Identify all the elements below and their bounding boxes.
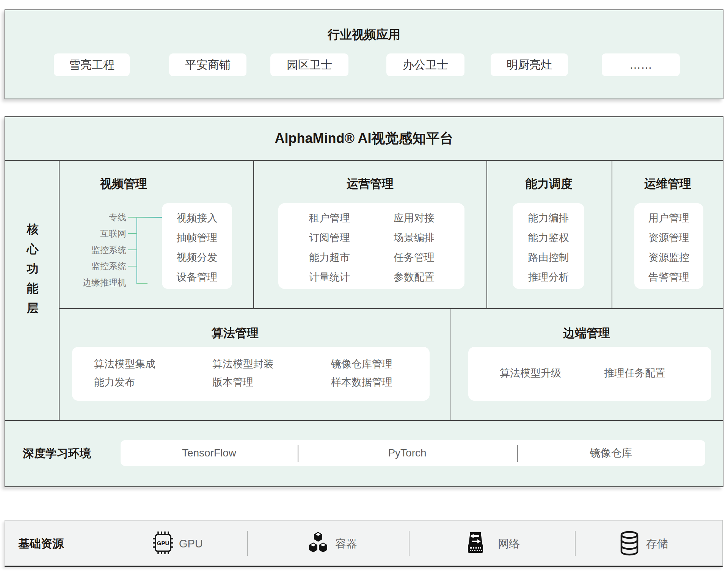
architecture-diagram: 行业视频应用 雪亮工程 平安商铺 园区卫士 办公卫士 明厨亮灶 …… Alpha… — [0, 0, 728, 577]
ops-item: 用户管理 — [634, 212, 703, 224]
dl-env-label: 深度学习环境 — [23, 447, 91, 460]
capability-sched-title: 能力调度 — [511, 177, 587, 190]
operation-item: 订阅管理 — [295, 232, 364, 243]
dl-env-item: TensorFlow — [121, 440, 298, 466]
core-layer-char: 核 — [16, 220, 50, 239]
operation-col-2: 应用对接 场景编排 任务管理 参数配置 — [379, 203, 449, 289]
dl-env-separator — [517, 445, 518, 462]
video-mgmt-item: 设备管理 — [162, 271, 232, 283]
operation-item: 场景编排 — [379, 232, 449, 243]
infra-separator — [575, 531, 576, 556]
video-mgmt-box: 视频接入 抽帧管理 视频分发 设备管理 — [162, 203, 232, 289]
platform-band: AlphaMind® AI视觉感知平台 核 心 功 能 层 视频管理 运营管理 … — [5, 116, 723, 487]
ops-mgmt-title: 运维管理 — [630, 177, 706, 190]
dl-env-item: PyTorch — [298, 440, 517, 466]
infra-separator — [409, 531, 410, 556]
infra-separator — [247, 531, 248, 556]
gpu-label: GPU — [179, 537, 203, 550]
connector-branch — [128, 217, 163, 218]
app-chip-pingan: 平安商铺 — [169, 53, 246, 76]
network-label: 网络 — [498, 537, 520, 550]
algorithm-item: 算法模型封装 — [212, 358, 274, 370]
algorithm-mgmt-title: 算法管理 — [197, 327, 273, 340]
infrastructure-label: 基础资源 — [18, 537, 64, 550]
app-chip-xueliang: 雪亮工程 — [54, 53, 130, 76]
connector-branch — [137, 283, 147, 284]
ops-mgmt-box: 用户管理 资源管理 资源监控 告警管理 — [634, 203, 703, 289]
algorithm-item: 能力发布 — [94, 376, 135, 388]
video-mgmt-item: 视频分发 — [162, 252, 232, 263]
algorithm-item: 样本数据管理 — [331, 376, 392, 388]
video-mgmt-item: 视频接入 — [162, 212, 232, 224]
edge-mgmt-box: 算法模型升级 推理任务配置 — [468, 347, 711, 401]
core-layer-label: 核 心 功 能 层 — [16, 220, 50, 318]
app-chip-bangong: 办公卫士 — [386, 53, 464, 76]
video-source-line: 专线 — [57, 212, 126, 223]
infrastructure-band: 基础资源 GPU GPU — [5, 520, 723, 567]
network-icon — [463, 532, 488, 556]
column-divider-1 — [253, 160, 254, 309]
app-chip-yuanqu: 园区卫士 — [270, 53, 348, 76]
core-layer-char: 心 — [16, 239, 50, 259]
capability-item: 推理分析 — [513, 271, 584, 283]
video-source-monitor1: 监控系统 — [57, 245, 126, 255]
app-chip-mingchu: 明厨亮灶 — [491, 53, 568, 76]
industry-band-title: 行业视频应用 — [5, 27, 723, 42]
operation-item: 任务管理 — [379, 252, 449, 263]
gpu-icon: GPU — [151, 530, 176, 557]
algorithm-item: 算法模型集成 — [94, 358, 155, 370]
operation-item: 能力超市 — [295, 252, 364, 263]
operation-mgmt-title: 运营管理 — [332, 177, 408, 190]
column-divider-3 — [612, 160, 612, 309]
operation-item: 计量统计 — [295, 271, 364, 283]
video-source-monitor2: 监控系统 — [57, 261, 126, 271]
edge-item: 推理任务配置 — [604, 367, 665, 379]
column-divider-2 — [486, 160, 487, 309]
dl-env-item: 镜像仓库 — [517, 440, 705, 466]
video-source-edge: 边缘推理机 — [57, 277, 126, 288]
operation-mgmt-box: 租户管理 订阅管理 能力超市 计量统计 应用对接 场景编排 任务管理 参数配置 — [278, 203, 464, 289]
video-mgmt-item: 抽帧管理 — [162, 232, 232, 243]
algorithm-item: 版本管理 — [212, 376, 253, 388]
operation-item: 应用对接 — [379, 212, 449, 224]
storage-label: 存储 — [646, 537, 668, 550]
ops-item: 告警管理 — [634, 271, 703, 283]
storage-icon — [618, 530, 641, 558]
video-source-internet: 互联网 — [57, 228, 126, 239]
capability-item: 能力编排 — [513, 212, 584, 224]
video-mgmt-title: 视频管理 — [86, 177, 162, 190]
header-divider — [5, 160, 723, 161]
operation-col-1: 租户管理 订阅管理 能力超市 计量统计 — [295, 203, 364, 289]
row-divider-1 — [59, 308, 723, 309]
ops-item: 资源监控 — [634, 252, 703, 263]
dl-env-bar: TensorFlow PyTorch 镜像仓库 — [121, 440, 705, 466]
container-label: 容器 — [335, 537, 357, 550]
capability-sched-box: 能力编排 能力鉴权 路由控制 推理分析 — [513, 203, 584, 289]
core-layer-divider — [59, 160, 60, 421]
core-layer-char: 功 — [16, 259, 50, 279]
algorithm-mgmt-box: 算法模型集成 能力发布 算法模型封装 版本管理 镜像仓库管理 样本数据管理 — [72, 347, 430, 401]
core-layer-char: 能 — [16, 279, 50, 298]
gpu-chip-text: GPU — [157, 540, 169, 546]
capability-item: 路由控制 — [513, 252, 584, 263]
operation-item: 租户管理 — [295, 212, 364, 224]
core-layer-char: 层 — [16, 298, 50, 318]
app-chip-ellipsis: …… — [602, 53, 680, 76]
edge-mgmt-title: 边端管理 — [549, 327, 624, 340]
connector-branch — [128, 233, 137, 234]
industry-apps-band: 行业视频应用 雪亮工程 平安商铺 园区卫士 办公卫士 明厨亮灶 …… — [5, 9, 723, 99]
algorithm-item: 镜像仓库管理 — [331, 358, 392, 370]
capability-item: 能力鉴权 — [513, 232, 584, 243]
edge-item: 算法模型升级 — [500, 367, 561, 379]
row-divider-2 — [5, 420, 723, 421]
ops-item: 资源管理 — [634, 232, 703, 243]
dl-env-separator — [298, 445, 298, 462]
container-icon — [307, 531, 329, 556]
connector-branch — [128, 249, 137, 250]
connector-branch — [128, 266, 137, 267]
algorithm-edge-divider — [450, 308, 450, 421]
platform-title: AlphaMind® AI视觉感知平台 — [5, 130, 723, 147]
operation-item: 参数配置 — [379, 271, 449, 283]
connector-trunk-line — [136, 217, 137, 284]
